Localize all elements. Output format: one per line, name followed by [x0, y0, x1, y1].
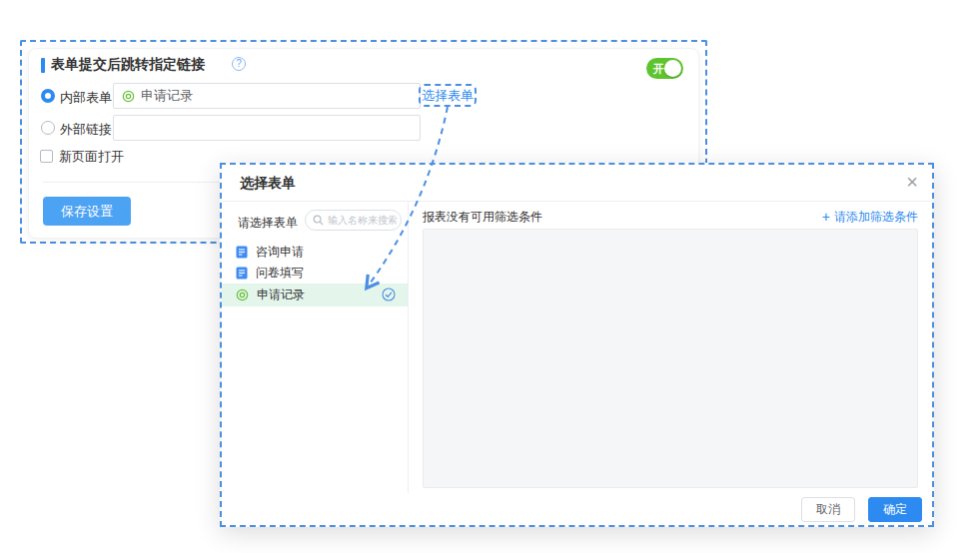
panel-title: 表单提交后跳转指定链接	[51, 56, 205, 74]
filter-empty-area	[423, 229, 918, 488]
form-doc-icon	[236, 267, 248, 279]
select-form-link[interactable]: 选择表单	[422, 87, 474, 105]
list-item-label: 咨询申请	[256, 244, 304, 261]
no-filter-text: 报表没有可用筛选条件	[423, 209, 542, 226]
target-icon	[236, 288, 249, 301]
search-icon	[313, 215, 324, 226]
list-item-application-record[interactable]: 申请记录	[222, 283, 408, 306]
toggle-knob	[664, 60, 681, 77]
internal-form-field[interactable]: 申请记录	[113, 83, 421, 109]
external-link-label: 外部链接	[60, 121, 112, 139]
save-settings-button[interactable]: 保存设置	[43, 197, 131, 226]
list-item-survey[interactable]: 问卷填写	[222, 263, 408, 283]
internal-form-label: 内部表单	[60, 89, 112, 107]
modal-title: 选择表单	[240, 165, 296, 202]
select-form-link-annotation-border: 选择表单	[419, 84, 477, 107]
cancel-button[interactable]: 取消	[801, 497, 855, 522]
external-link-input[interactable]	[113, 115, 421, 141]
form-list: 咨询申请 问卷填写	[222, 242, 408, 306]
form-doc-icon	[236, 246, 248, 259]
form-search-input[interactable]	[328, 215, 398, 226]
list-item-consult[interactable]: 咨询申请	[222, 242, 408, 263]
help-icon[interactable]: ?	[232, 57, 246, 71]
add-filter-label: 请添加筛选条件	[834, 209, 918, 226]
modal-footer: 取消 确定	[222, 493, 932, 525]
filter-pane: 报表没有可用筛选条件 + 请添加筛选条件	[409, 202, 932, 493]
form-list-label: 请选择表单	[238, 215, 298, 232]
list-item-label: 问卷填写	[256, 265, 304, 281]
modal-header: 选择表单 ×	[222, 165, 932, 202]
internal-form-radio[interactable]	[41, 89, 55, 103]
list-item-label: 申请记录	[257, 286, 305, 303]
toggle-on-label: 开	[653, 62, 664, 77]
selected-check-icon	[382, 287, 396, 301]
target-icon	[122, 90, 135, 103]
redirect-toggle[interactable]: 开	[646, 58, 683, 79]
title-accent-bar	[41, 58, 45, 73]
open-new-page-label: 新页面打开	[59, 148, 124, 166]
add-filter-link[interactable]: + 请添加筛选条件	[822, 209, 918, 226]
modal-body: 请选择表单	[222, 202, 932, 493]
plus-icon: +	[822, 210, 830, 224]
page: 表单提交后跳转指定链接 ? 开 内部表单 申请记录 选择表单	[0, 0, 980, 553]
form-search-box[interactable]	[305, 210, 402, 231]
external-link-radio[interactable]	[41, 121, 55, 135]
form-list-pane: 请选择表单	[222, 202, 409, 493]
internal-form-value: 申请记录	[141, 87, 193, 105]
close-icon[interactable]: ×	[906, 165, 918, 200]
open-new-page-checkbox[interactable]	[40, 150, 53, 163]
confirm-button[interactable]: 确定	[868, 497, 922, 522]
select-form-modal: 选择表单 × 请选择表单	[220, 163, 934, 527]
